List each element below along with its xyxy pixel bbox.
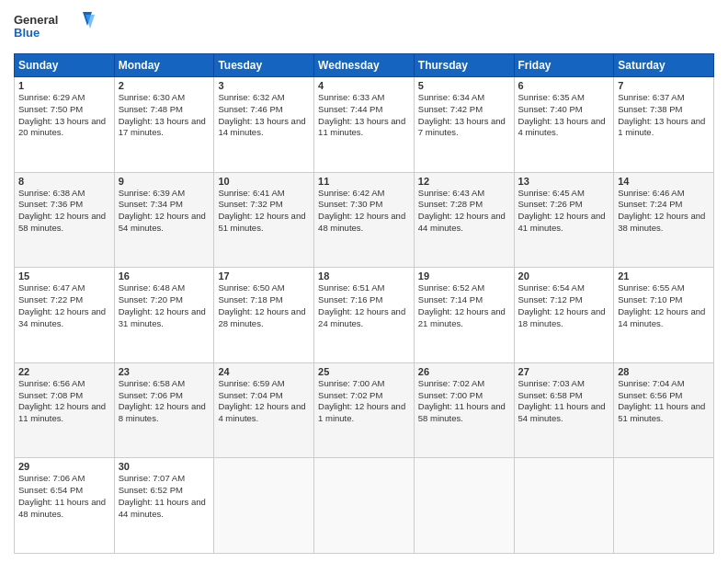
page: General Blue SundayMondayTuesdayWednesda… (0, 0, 728, 563)
day-number: 21 (618, 270, 710, 282)
day-number: 10 (218, 176, 310, 187)
day-cell (414, 458, 514, 554)
week-row-3: 15Sunrise: 6:47 AMSunset: 7:22 PMDayligh… (15, 268, 714, 363)
day-content: Sunrise: 7:06 AMSunset: 6:54 PMDaylight:… (18, 473, 110, 520)
day-cell: 3Sunrise: 6:32 AMSunset: 7:46 PMDaylight… (214, 77, 314, 173)
weekday-header-row: SundayMondayTuesdayWednesdayThursdayFrid… (15, 54, 714, 77)
day-number: 11 (318, 176, 410, 187)
day-cell: 27Sunrise: 7:03 AMSunset: 6:58 PMDayligh… (514, 362, 614, 458)
day-content: Sunrise: 6:43 AMSunset: 7:28 PMDaylight:… (418, 188, 510, 235)
day-content: Sunrise: 6:33 AMSunset: 7:44 PMDaylight:… (318, 92, 410, 139)
day-number: 12 (418, 176, 510, 187)
day-number: 13 (518, 176, 610, 187)
day-number: 7 (618, 80, 710, 91)
day-content: Sunrise: 6:41 AMSunset: 7:32 PMDaylight:… (218, 188, 310, 235)
day-cell (214, 458, 314, 554)
day-cell: 13Sunrise: 6:45 AMSunset: 7:26 PMDayligh… (514, 172, 614, 268)
day-cell: 8Sunrise: 6:38 AMSunset: 7:36 PMDaylight… (15, 172, 115, 268)
weekday-header-tuesday: Tuesday (214, 54, 314, 77)
day-number: 17 (218, 270, 310, 282)
logo-svg: General Blue (14, 9, 97, 46)
day-number: 8 (18, 176, 110, 187)
day-cell: 30Sunrise: 7:07 AMSunset: 6:52 PMDayligh… (114, 458, 214, 554)
day-cell (614, 458, 714, 554)
day-number: 6 (518, 80, 610, 91)
day-cell: 25Sunrise: 7:00 AMSunset: 7:02 PMDayligh… (314, 362, 415, 458)
day-cell: 11Sunrise: 6:42 AMSunset: 7:30 PMDayligh… (314, 172, 415, 268)
svg-text:General: General (14, 13, 58, 27)
day-content: Sunrise: 6:59 AMSunset: 7:04 PMDaylight:… (218, 378, 310, 425)
day-number: 18 (318, 270, 410, 282)
day-cell: 23Sunrise: 6:58 AMSunset: 7:06 PMDayligh… (114, 362, 214, 458)
day-cell: 6Sunrise: 6:35 AMSunset: 7:40 PMDaylight… (514, 77, 614, 173)
day-number: 15 (18, 270, 110, 282)
day-number: 1 (18, 80, 110, 91)
week-row-5: 29Sunrise: 7:06 AMSunset: 6:54 PMDayligh… (15, 458, 714, 554)
day-number: 26 (418, 366, 510, 377)
day-content: Sunrise: 6:39 AMSunset: 7:34 PMDaylight:… (119, 188, 210, 235)
day-content: Sunrise: 6:45 AMSunset: 7:26 PMDaylight:… (518, 188, 610, 235)
day-content: Sunrise: 6:51 AMSunset: 7:16 PMDaylight:… (318, 282, 410, 329)
day-cell: 2Sunrise: 6:30 AMSunset: 7:48 PMDaylight… (114, 77, 214, 173)
day-cell: 7Sunrise: 6:37 AMSunset: 7:38 PMDaylight… (614, 77, 714, 173)
day-content: Sunrise: 6:32 AMSunset: 7:46 PMDaylight:… (218, 92, 310, 139)
week-row-2: 8Sunrise: 6:38 AMSunset: 7:36 PMDaylight… (15, 172, 714, 268)
day-cell: 5Sunrise: 6:34 AMSunset: 7:42 PMDaylight… (414, 77, 514, 173)
day-cell: 9Sunrise: 6:39 AMSunset: 7:34 PMDaylight… (114, 172, 214, 268)
weekday-header-sunday: Sunday (15, 54, 115, 77)
weekday-header-wednesday: Wednesday (314, 54, 415, 77)
day-number: 23 (119, 366, 210, 377)
day-cell: 4Sunrise: 6:33 AMSunset: 7:44 PMDaylight… (314, 77, 415, 173)
weekday-header-monday: Monday (114, 54, 214, 77)
day-content: Sunrise: 7:07 AMSunset: 6:52 PMDaylight:… (119, 473, 210, 520)
day-content: Sunrise: 6:42 AMSunset: 7:30 PMDaylight:… (318, 188, 410, 235)
day-cell: 20Sunrise: 6:54 AMSunset: 7:12 PMDayligh… (514, 268, 614, 363)
day-cell: 17Sunrise: 6:50 AMSunset: 7:18 PMDayligh… (214, 268, 314, 363)
day-number: 19 (418, 270, 510, 282)
logo: General Blue (14, 9, 97, 46)
header: General Blue (14, 9, 714, 46)
day-cell (514, 458, 614, 554)
day-content: Sunrise: 7:02 AMSunset: 7:00 PMDaylight:… (418, 378, 510, 425)
day-cell: 24Sunrise: 6:59 AMSunset: 7:04 PMDayligh… (214, 362, 314, 458)
day-number: 22 (18, 366, 110, 377)
day-content: Sunrise: 6:48 AMSunset: 7:20 PMDaylight:… (119, 282, 210, 329)
calendar-table: SundayMondayTuesdayWednesdayThursdayFrid… (14, 53, 714, 554)
day-cell: 10Sunrise: 6:41 AMSunset: 7:32 PMDayligh… (214, 172, 314, 268)
day-content: Sunrise: 7:03 AMSunset: 6:58 PMDaylight:… (518, 378, 610, 425)
day-number: 16 (119, 270, 210, 282)
day-number: 29 (18, 461, 110, 472)
day-number: 24 (218, 366, 310, 377)
day-content: Sunrise: 6:54 AMSunset: 7:12 PMDaylight:… (518, 282, 610, 329)
day-cell: 16Sunrise: 6:48 AMSunset: 7:20 PMDayligh… (114, 268, 214, 363)
day-number: 20 (518, 270, 610, 282)
day-content: Sunrise: 6:35 AMSunset: 7:40 PMDaylight:… (518, 92, 610, 139)
day-cell: 1Sunrise: 6:29 AMSunset: 7:50 PMDaylight… (15, 77, 115, 173)
day-content: Sunrise: 6:30 AMSunset: 7:48 PMDaylight:… (119, 92, 210, 139)
day-number: 2 (119, 80, 210, 91)
weekday-header-friday: Friday (514, 54, 614, 77)
day-cell: 22Sunrise: 6:56 AMSunset: 7:08 PMDayligh… (15, 362, 115, 458)
week-row-1: 1Sunrise: 6:29 AMSunset: 7:50 PMDaylight… (15, 77, 714, 173)
day-content: Sunrise: 6:58 AMSunset: 7:06 PMDaylight:… (119, 378, 210, 425)
day-number: 3 (218, 80, 310, 91)
day-content: Sunrise: 7:04 AMSunset: 6:56 PMDaylight:… (618, 378, 710, 425)
day-number: 28 (618, 366, 710, 377)
day-cell: 12Sunrise: 6:43 AMSunset: 7:28 PMDayligh… (414, 172, 514, 268)
day-cell: 19Sunrise: 6:52 AMSunset: 7:14 PMDayligh… (414, 268, 514, 363)
day-cell: 26Sunrise: 7:02 AMSunset: 7:00 PMDayligh… (414, 362, 514, 458)
day-content: Sunrise: 6:50 AMSunset: 7:18 PMDaylight:… (218, 282, 310, 329)
day-cell: 28Sunrise: 7:04 AMSunset: 6:56 PMDayligh… (614, 362, 714, 458)
day-content: Sunrise: 6:37 AMSunset: 7:38 PMDaylight:… (618, 92, 710, 139)
day-cell (314, 458, 415, 554)
day-cell: 15Sunrise: 6:47 AMSunset: 7:22 PMDayligh… (15, 268, 115, 363)
day-content: Sunrise: 6:52 AMSunset: 7:14 PMDaylight:… (418, 282, 510, 329)
day-content: Sunrise: 6:46 AMSunset: 7:24 PMDaylight:… (618, 188, 710, 235)
day-cell: 14Sunrise: 6:46 AMSunset: 7:24 PMDayligh… (614, 172, 714, 268)
day-content: Sunrise: 6:56 AMSunset: 7:08 PMDaylight:… (18, 378, 110, 425)
day-number: 27 (518, 366, 610, 377)
day-content: Sunrise: 6:47 AMSunset: 7:22 PMDaylight:… (18, 282, 110, 329)
day-number: 9 (119, 176, 210, 187)
day-number: 25 (318, 366, 410, 377)
day-number: 30 (119, 461, 210, 472)
